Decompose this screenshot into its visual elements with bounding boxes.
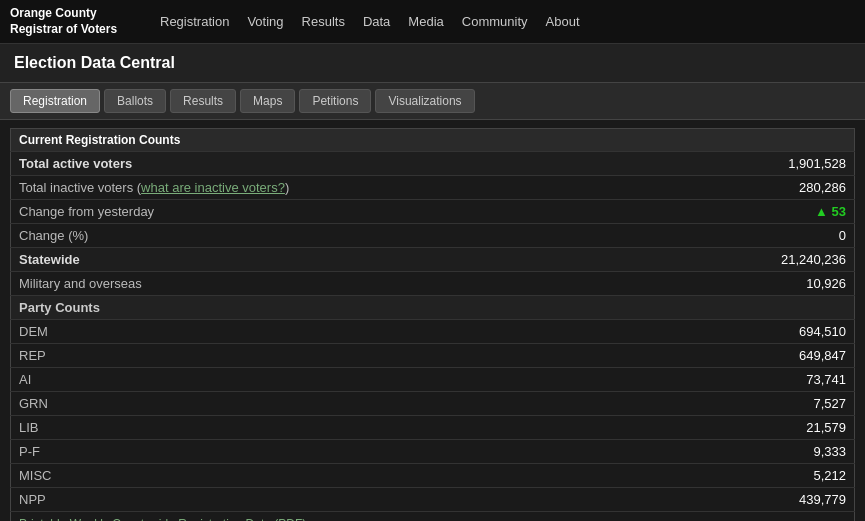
nav-media[interactable]: Media — [408, 14, 443, 29]
table-row: REP 649,847 — [11, 344, 855, 368]
table-row: Change from yesterday ▲ 53 — [11, 200, 855, 224]
party-counts-label: Party Counts — [11, 296, 735, 320]
section-header-row: Current Registration Counts — [11, 129, 855, 152]
table-row: GRN 7,527 — [11, 392, 855, 416]
tabs: Registration Ballots Results Maps Petiti… — [0, 83, 865, 120]
row-label: AI — [11, 368, 735, 392]
row-value: 9,333 — [735, 440, 855, 464]
tab-visualizations[interactable]: Visualizations — [375, 89, 474, 113]
nav-data[interactable]: Data — [363, 14, 390, 29]
nav-registration[interactable]: Registration — [160, 14, 229, 29]
nav-results[interactable]: Results — [302, 14, 345, 29]
tab-petitions[interactable]: Petitions — [299, 89, 371, 113]
table-row: DEM 694,510 — [11, 320, 855, 344]
table-row: P-F 9,333 — [11, 440, 855, 464]
row-label: MISC — [11, 464, 735, 488]
registration-table: Current Registration Counts Total active… — [10, 128, 855, 521]
row-label: P-F — [11, 440, 735, 464]
row-label: Statewide — [11, 248, 735, 272]
page-title-bar: Election Data Central — [0, 44, 865, 83]
row-label: REP — [11, 344, 735, 368]
table-row: Military and overseas 10,926 — [11, 272, 855, 296]
tab-registration[interactable]: Registration — [10, 89, 100, 113]
row-value: 5,212 — [735, 464, 855, 488]
row-value: 73,741 — [735, 368, 855, 392]
nav-voting[interactable]: Voting — [247, 14, 283, 29]
row-label: LIB — [11, 416, 735, 440]
main-content: Current Registration Counts Total active… — [0, 120, 865, 521]
row-value: ▲ 53 — [735, 200, 855, 224]
brand: Orange County Registrar of Voters — [10, 6, 130, 37]
top-nav: Orange County Registrar of Voters Regist… — [0, 0, 865, 44]
row-value: 21,240,236 — [735, 248, 855, 272]
row-label: Change from yesterday — [11, 200, 735, 224]
row-value: 0 — [735, 224, 855, 248]
table-row: MISC 5,212 — [11, 464, 855, 488]
pdf-link-row: Printable Weekly Countywide Registration… — [11, 512, 855, 521]
tab-results[interactable]: Results — [170, 89, 236, 113]
tab-maps[interactable]: Maps — [240, 89, 295, 113]
row-label: Total active voters — [11, 152, 735, 176]
row-value: 10,926 — [735, 272, 855, 296]
section-header-label: Current Registration Counts — [11, 129, 855, 152]
brand-line1: Orange County — [10, 6, 130, 22]
party-counts-header: Party Counts — [11, 296, 855, 320]
row-value: 649,847 — [735, 344, 855, 368]
table-row: Change (%) 0 — [11, 224, 855, 248]
row-value: 439,779 — [735, 488, 855, 512]
pdf-link[interactable]: Printable Weekly Countywide Registration… — [19, 517, 306, 521]
row-label: DEM — [11, 320, 735, 344]
row-value: 1,901,528 — [735, 152, 855, 176]
row-value: 7,527 — [735, 392, 855, 416]
nav-links: Registration Voting Results Data Media C… — [160, 14, 580, 29]
row-value: 280,286 — [735, 176, 855, 200]
row-value: 694,510 — [735, 320, 855, 344]
table-row: AI 73,741 — [11, 368, 855, 392]
tab-ballots[interactable]: Ballots — [104, 89, 166, 113]
nav-about[interactable]: About — [546, 14, 580, 29]
pdf-link-cell: Printable Weekly Countywide Registration… — [11, 512, 735, 521]
change-value: ▲ 53 — [815, 204, 846, 219]
nav-community[interactable]: Community — [462, 14, 528, 29]
row-label: GRN — [11, 392, 735, 416]
brand-line2: Registrar of Voters — [10, 22, 130, 38]
table-row: Total active voters 1,901,528 — [11, 152, 855, 176]
table-row: Statewide 21,240,236 — [11, 248, 855, 272]
row-label: Change (%) — [11, 224, 735, 248]
table-row: NPP 439,779 — [11, 488, 855, 512]
row-value: 21,579 — [735, 416, 855, 440]
row-label: NPP — [11, 488, 735, 512]
inactive-voters-link[interactable]: what are inactive voters? — [141, 180, 285, 195]
row-label: Total inactive voters (what are inactive… — [11, 176, 735, 200]
page-title: Election Data Central — [14, 54, 851, 72]
table-row: Total inactive voters (what are inactive… — [11, 176, 855, 200]
row-label: Military and overseas — [11, 272, 735, 296]
table-row: LIB 21,579 — [11, 416, 855, 440]
